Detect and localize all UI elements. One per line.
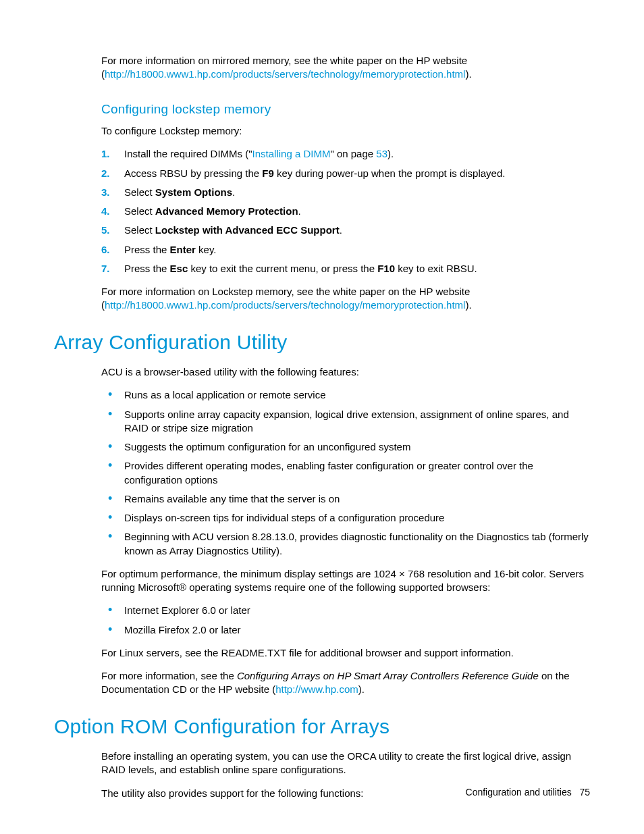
intro-block: For more information on mirrored memory,… <box>101 54 590 313</box>
acu-more-info: For more information, see the Configurin… <box>101 669 590 697</box>
hp-website-link[interactable]: http://www.hp.com <box>275 683 358 695</box>
list-item: Provides different operating modes, enab… <box>101 459 590 487</box>
step-number: 7. <box>101 262 110 276</box>
list-item: 1.Install the required DIMMs ("Installin… <box>101 147 590 161</box>
orca-p1: Before installing an operating system, y… <box>101 750 590 777</box>
step-number: 1. <box>101 147 110 161</box>
lockstep-steps: 1.Install the required DIMMs ("Installin… <box>101 147 590 276</box>
cross-ref-link[interactable]: Installing a DIMM <box>252 148 331 159</box>
heading-orca: Option ROM Configuration for Arrays <box>54 713 590 741</box>
lockstep-outro: For more information on Lockstep memory,… <box>101 285 590 313</box>
acu-lead: ACU is a browser-based utility with the … <box>101 365 590 379</box>
subsection-heading-lockstep: Configuring lockstep memory <box>101 101 590 118</box>
lockstep-outro-link[interactable]: http://h18000.www1.hp.com/products/serve… <box>105 299 465 311</box>
list-item: Displays on-screen tips for individual s… <box>101 511 590 525</box>
list-item: Mozilla Firefox 2.0 or later <box>101 623 590 637</box>
footer-section: Configuration and utilities <box>466 787 572 798</box>
step-number: 2. <box>101 167 110 180</box>
heading-acu: Array Configuration Utility <box>54 329 590 357</box>
lockstep-lead: To configure Lockstep memory: <box>101 124 590 138</box>
list-item: Beginning with ACU version 8.28.13.0, pr… <box>101 530 590 558</box>
page-footer: Configuration and utilities 75 <box>466 786 590 799</box>
acu-feature-list: Runs as a local application or remote se… <box>101 388 590 558</box>
acu-linux-note: For Linux servers, see the README.TXT fi… <box>101 646 590 660</box>
list-item: 2.Access RBSU by pressing the F9 key dur… <box>101 167 590 180</box>
list-item: 6.Press the Enter key. <box>101 243 590 257</box>
intro-paragraph: For more information on mirrored memory,… <box>101 54 590 82</box>
step-number: 4. <box>101 205 110 218</box>
acu-browser-list: Internet Explorer 6.0 or laterMozilla Fi… <box>101 604 590 637</box>
list-item: 7.Press the Esc key to exit the current … <box>101 262 590 276</box>
list-item: Suggests the optimum configuration for a… <box>101 440 590 454</box>
step-number: 6. <box>101 243 110 257</box>
step-number: 3. <box>101 186 110 199</box>
intro-link[interactable]: http://h18000.www1.hp.com/products/serve… <box>105 68 465 80</box>
list-item: Internet Explorer 6.0 or later <box>101 604 590 617</box>
list-item: Runs as a local application or remote se… <box>101 388 590 402</box>
step-number: 5. <box>101 224 110 237</box>
footer-page-number: 75 <box>579 787 590 798</box>
acu-block: ACU is a browser-based utility with the … <box>101 365 590 697</box>
acu-display-req: For optimum performance, the minimum dis… <box>101 567 590 595</box>
list-item: 4.Select Advanced Memory Protection. <box>101 205 590 218</box>
page-ref-link[interactable]: 53 <box>376 148 387 159</box>
list-item: 5.Select Lockstep with Advanced ECC Supp… <box>101 224 590 237</box>
list-item: 3.Select System Options. <box>101 186 590 199</box>
list-item: Supports online array capacity expansion… <box>101 408 590 436</box>
list-item: Remains available any time that the serv… <box>101 492 590 506</box>
